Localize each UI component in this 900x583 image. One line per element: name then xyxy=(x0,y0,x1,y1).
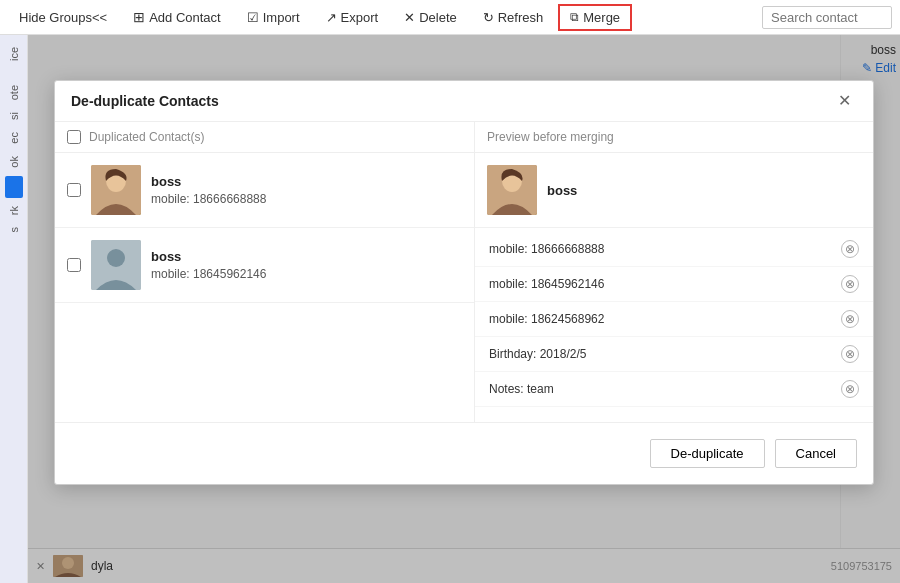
remove-btn-1[interactable]: ⊗ xyxy=(841,275,859,293)
preview-row-0: mobile: 18666668888 ⊗ xyxy=(475,232,873,267)
import-button[interactable]: ☑ Import xyxy=(236,5,311,30)
select-all-checkbox[interactable] xyxy=(67,130,81,144)
export-label: Export xyxy=(341,10,379,25)
sidebar: ice ote si ec ok rk s xyxy=(0,35,28,583)
merge-icon: ⧉ xyxy=(570,10,579,24)
preview-text-3: Birthday: 2018/2/5 xyxy=(489,347,586,361)
search-input[interactable] xyxy=(762,6,892,29)
modal-right-column: Preview before merging xyxy=(475,122,873,422)
svg-point-3 xyxy=(107,249,125,267)
preview-row-4: Notes: team ⊗ xyxy=(475,372,873,407)
refresh-icon: ↻ xyxy=(483,10,494,25)
remove-btn-2[interactable]: ⊗ xyxy=(841,310,859,328)
remove-btn-4[interactable]: ⊗ xyxy=(841,380,859,398)
remove-btn-3[interactable]: ⊗ xyxy=(841,345,859,363)
preview-row-3: Birthday: 2018/2/5 ⊗ xyxy=(475,337,873,372)
modal-header: De-duplicate Contacts ✕ xyxy=(55,81,873,122)
avatar-photo-svg-1 xyxy=(91,165,141,215)
contact-item-2: boss mobile: 18645962146 xyxy=(55,228,474,303)
hide-groups-button[interactable]: Hide Groups<< xyxy=(8,5,118,30)
contact-info-2: boss mobile: 18645962146 xyxy=(151,249,266,281)
preview-text-2: mobile: 18624568962 xyxy=(489,312,604,326)
delete-icon: ✕ xyxy=(404,10,415,25)
modal-close-button[interactable]: ✕ xyxy=(832,91,857,111)
modal-title: De-duplicate Contacts xyxy=(71,93,219,109)
import-icon: ☑ xyxy=(247,10,259,25)
contact-checkbox-1[interactable] xyxy=(67,183,81,197)
avatar-default-svg-2 xyxy=(91,240,141,290)
merge-label: Merge xyxy=(583,10,620,25)
contact-avatar-1 xyxy=(91,165,141,215)
right-col-header: Preview before merging xyxy=(475,122,873,153)
add-contact-button[interactable]: ⊞ Add Contact xyxy=(122,4,232,30)
right-col-header-label: Preview before merging xyxy=(487,130,614,144)
content-area: boss ✎ Edit De-duplicate Contacts ✕ xyxy=(28,35,900,583)
contact-detail-2: mobile: 18645962146 xyxy=(151,267,266,281)
export-button[interactable]: ↗ Export xyxy=(315,5,390,30)
export-icon: ↗ xyxy=(326,10,337,25)
dedup-button[interactable]: De-duplicate xyxy=(650,439,765,468)
preview-contact-header: boss xyxy=(475,153,873,228)
modal-footer: De-duplicate Cancel xyxy=(55,422,873,484)
sidebar-label-6: rk xyxy=(6,202,22,219)
sidebar-blue-tab[interactable] xyxy=(5,176,23,198)
dedup-modal: De-duplicate Contacts ✕ Duplicated Conta… xyxy=(54,80,874,485)
app-background: Hide Groups<< ⊞ Add Contact ☑ Import ↗ E… xyxy=(0,0,900,583)
hide-groups-label: Hide Groups<< xyxy=(19,10,107,25)
preview-contact-name: boss xyxy=(547,183,577,198)
contact-name-2: boss xyxy=(151,249,266,264)
delete-button[interactable]: ✕ Delete xyxy=(393,5,468,30)
refresh-label: Refresh xyxy=(498,10,544,25)
cancel-button[interactable]: Cancel xyxy=(775,439,857,468)
sidebar-label-1: ice xyxy=(6,43,22,65)
merge-button[interactable]: ⧉ Merge xyxy=(558,4,632,31)
contact-name-1: boss xyxy=(151,174,266,189)
sidebar-label-3: si xyxy=(6,108,22,124)
preview-avatar xyxy=(487,165,537,215)
delete-label: Delete xyxy=(419,10,457,25)
refresh-button[interactable]: ↻ Refresh xyxy=(472,5,555,30)
preview-row-2: mobile: 18624568962 ⊗ xyxy=(475,302,873,337)
sidebar-label-7: s xyxy=(6,223,22,237)
left-col-header-label: Duplicated Contact(s) xyxy=(89,130,204,144)
main-area: ice ote si ec ok rk s boss ✎ Edit xyxy=(0,35,900,583)
modal-body: Duplicated Contact(s) xyxy=(55,122,873,422)
sidebar-label-5: ok xyxy=(6,152,22,172)
add-contact-label: Add Contact xyxy=(149,10,221,25)
modal-overlay: De-duplicate Contacts ✕ Duplicated Conta… xyxy=(28,35,900,583)
contact-detail-1: mobile: 18666668888 xyxy=(151,192,266,206)
left-col-header: Duplicated Contact(s) xyxy=(55,122,474,153)
preview-info-list: mobile: 18666668888 ⊗ mobile: 1864596214… xyxy=(475,228,873,411)
toolbar: Hide Groups<< ⊞ Add Contact ☑ Import ↗ E… xyxy=(0,0,900,35)
modal-left-column: Duplicated Contact(s) xyxy=(55,122,475,422)
preview-text-0: mobile: 18666668888 xyxy=(489,242,604,256)
contact-info-1: boss mobile: 18666668888 xyxy=(151,174,266,206)
preview-avatar-svg xyxy=(487,165,537,215)
import-label: Import xyxy=(263,10,300,25)
remove-btn-0[interactable]: ⊗ xyxy=(841,240,859,258)
contact-checkbox-2[interactable] xyxy=(67,258,81,272)
preview-text-4: Notes: team xyxy=(489,382,554,396)
sidebar-label-2: ote xyxy=(6,81,22,104)
contact-avatar-2 xyxy=(91,240,141,290)
add-contact-icon: ⊞ xyxy=(133,9,145,25)
preview-text-1: mobile: 18645962146 xyxy=(489,277,604,291)
contact-item-1: boss mobile: 18666668888 xyxy=(55,153,474,228)
preview-row-1: mobile: 18645962146 ⊗ xyxy=(475,267,873,302)
sidebar-label-4: ec xyxy=(6,128,22,148)
